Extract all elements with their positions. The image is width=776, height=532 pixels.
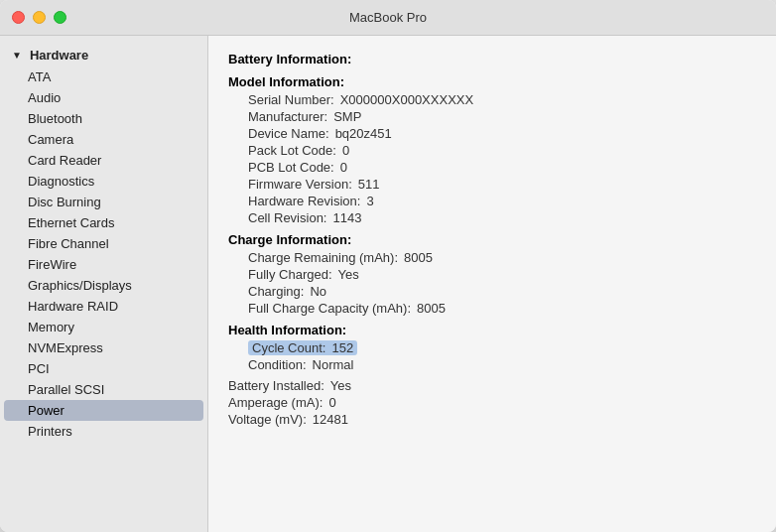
sidebar-item-memory[interactable]: Memory — [0, 317, 207, 337]
sidebar-section-hardware: ▼ Hardware — [0, 44, 207, 66]
traffic-lights — [12, 11, 66, 24]
info-label: Cell Revision: — [248, 210, 326, 225]
sidebar-item-firewire[interactable]: FireWire — [0, 254, 207, 275]
minimize-button[interactable] — [33, 11, 46, 24]
info-value: X000000X000XXXXXX — [340, 92, 473, 107]
sidebar-item-parallel-scsi[interactable]: Parallel SCSI — [0, 379, 207, 400]
sidebar-item-nvmexpress[interactable]: NVMExpress — [0, 337, 207, 358]
info-label: Fully Charged: — [248, 267, 332, 282]
info-label: Battery Installed: — [228, 378, 324, 393]
info-row-voltage: Voltage (mV):12481 — [228, 411, 756, 428]
info-row-battery-installed: Battery Installed:Yes — [228, 377, 756, 394]
info-group: Charge Information:Charge Remaining (mAh… — [228, 232, 756, 317]
chevron-down-icon: ▼ — [12, 50, 22, 61]
sidebar-item-bluetooth[interactable]: Bluetooth — [0, 108, 207, 129]
sidebar-item-ata[interactable]: ATA — [0, 66, 207, 87]
info-row-cycle-count: Cycle Count:152 — [228, 339, 756, 356]
info-label: Serial Number: — [248, 92, 334, 107]
info-value: bq20z451 — [335, 126, 392, 141]
info-value: 8005 — [417, 301, 446, 316]
main-content: ▼ Hardware ATAAudioBluetoothCameraCard R… — [0, 36, 776, 532]
info-label: Hardware Revision: — [248, 194, 360, 208]
info-label: Firmware Version: — [248, 177, 352, 192]
info-value: 8005 — [404, 250, 433, 265]
info-row-firmware-version: Firmware Version:511 — [228, 176, 756, 193]
info-value: 3 — [366, 194, 373, 208]
sidebar-item-graphics-displays[interactable]: Graphics/Displays — [0, 275, 207, 296]
info-value: Yes — [330, 378, 351, 393]
info-label: Manufacturer: — [248, 109, 327, 124]
info-value: Normal — [313, 357, 354, 372]
sidebar-item-printers[interactable]: Printers — [0, 421, 207, 442]
info-row-charge-remaining: Charge Remaining (mAh):8005 — [228, 249, 756, 266]
info-row-pcb-lot-code: PCB Lot Code:0 — [228, 159, 756, 176]
sidebar-section-label: Hardware — [30, 48, 88, 63]
info-value: SMP — [333, 109, 361, 124]
sidebar-item-power[interactable]: Power — [4, 400, 203, 421]
info-value: 0 — [340, 160, 347, 175]
info-label: Condition: — [248, 357, 307, 372]
detail-bottom-rows: Battery Installed:YesAmperage (mA):0Volt… — [228, 377, 756, 428]
info-label: Device Name: — [248, 126, 329, 141]
group-label: Charge Information: — [228, 232, 756, 247]
detail-groups: Model Information:Serial Number:X000000X… — [228, 74, 756, 373]
info-label: Charge Remaining (mAh): — [248, 250, 398, 265]
info-row-full-charge-capacity: Full Charge Capacity (mAh):8005 — [228, 300, 756, 317]
info-row-cell-revision: Cell Revision:1143 — [228, 209, 756, 226]
info-label: Amperage (mA): — [228, 395, 323, 410]
sidebar: ▼ Hardware ATAAudioBluetoothCameraCard R… — [0, 36, 208, 532]
window-title: MacBook Pro — [349, 10, 427, 25]
info-value: Yes — [338, 267, 359, 282]
info-value: 1143 — [332, 210, 361, 225]
info-value: 152 — [331, 340, 353, 355]
info-row-device-name: Device Name:bq20z451 — [228, 125, 756, 142]
sidebar-item-ethernet-cards[interactable]: Ethernet Cards — [0, 212, 207, 233]
sidebar-item-disc-burning[interactable]: Disc Burning — [0, 192, 207, 212]
info-value: 0 — [342, 143, 349, 158]
detail-section-title: Battery Information: — [228, 52, 756, 66]
sidebar-item-card-reader[interactable]: Card Reader — [0, 150, 207, 171]
info-row-fully-charged: Fully Charged:Yes — [228, 266, 756, 283]
sidebar-items: ATAAudioBluetoothCameraCard ReaderDiagno… — [0, 66, 207, 442]
sidebar-item-fibre-channel[interactable]: Fibre Channel — [0, 233, 207, 254]
sidebar-item-pci[interactable]: PCI — [0, 358, 207, 379]
sidebar-item-diagnostics[interactable]: Diagnostics — [0, 171, 207, 192]
info-group: Model Information:Serial Number:X000000X… — [228, 74, 756, 226]
info-label: Full Charge Capacity (mAh): — [248, 301, 411, 316]
titlebar: MacBook Pro — [0, 0, 776, 36]
info-label: Charging: — [248, 284, 304, 299]
main-window: MacBook Pro ▼ Hardware ATAAudioBluetooth… — [0, 0, 776, 532]
group-label: Model Information: — [228, 74, 756, 89]
highlight-row: Cycle Count:152 — [248, 340, 357, 355]
info-group: Health Information:Cycle Count:152Condit… — [228, 323, 756, 373]
info-row-serial-number: Serial Number:X000000X000XXXXXX — [228, 91, 756, 108]
info-row-condition: Condition:Normal — [228, 356, 756, 373]
maximize-button[interactable] — [54, 11, 66, 24]
info-label: Cycle Count: — [252, 340, 325, 355]
info-label: PCB Lot Code: — [248, 160, 334, 175]
group-label: Health Information: — [228, 323, 756, 337]
info-value: 12481 — [313, 412, 348, 427]
info-label: Pack Lot Code: — [248, 143, 336, 158]
sidebar-item-audio[interactable]: Audio — [0, 87, 207, 108]
info-label: Voltage (mV): — [228, 412, 307, 427]
info-row-pack-lot-code: Pack Lot Code:0 — [228, 142, 756, 159]
info-row-manufacturer: Manufacturer:SMP — [228, 108, 756, 125]
info-row-hardware-revision: Hardware Revision:3 — [228, 193, 756, 209]
info-row-charging: Charging:No — [228, 283, 756, 300]
info-value: No — [310, 284, 326, 299]
info-value: 0 — [328, 395, 335, 410]
sidebar-item-hardware-raid[interactable]: Hardware RAID — [0, 296, 207, 317]
close-button[interactable] — [12, 11, 25, 24]
info-value: 511 — [358, 177, 380, 192]
sidebar-item-camera[interactable]: Camera — [0, 129, 207, 150]
detail-pane: Battery Information: Model Information:S… — [208, 36, 776, 532]
info-row-amperage: Amperage (mA):0 — [228, 394, 756, 411]
